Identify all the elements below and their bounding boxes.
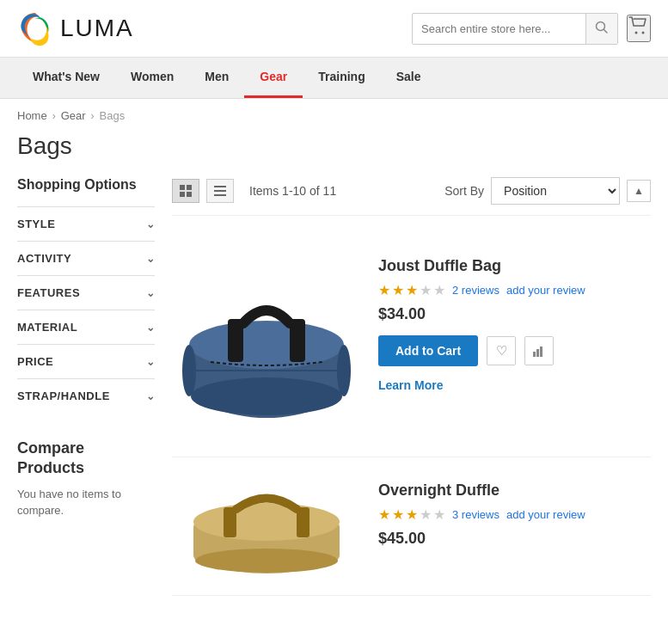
breadcrumb-home[interactable]: Home (17, 109, 47, 122)
cart-icon (628, 16, 649, 35)
header-actions (412, 13, 651, 45)
overnight-duffle-image (176, 475, 357, 578)
svg-point-4 (642, 32, 645, 34)
nav-item-training[interactable]: Training (303, 58, 380, 98)
logo-text: LUMA (60, 15, 134, 42)
product-item: Joust Duffle Bag ★ ★ ★ ★ ★ 2 reviews add… (172, 233, 651, 457)
breadcrumb-sep-1: › (52, 110, 56, 122)
svg-point-18 (182, 345, 196, 396)
toolbar-right: Sort By Position Product Name Price ▲ (444, 177, 651, 205)
star-4: ★ (420, 506, 432, 523)
nav-item-women[interactable]: Women (115, 58, 189, 98)
filter-price[interactable]: PRICE ⌄ (17, 344, 155, 378)
filter-activity-label: ACTIVITY (17, 252, 71, 265)
product-image-joust (172, 250, 361, 439)
nav-link-gear[interactable]: Gear (244, 58, 303, 98)
nav-link-whats-new[interactable]: What's New (17, 58, 115, 95)
svg-rect-11 (214, 194, 226, 196)
svg-point-20 (191, 377, 342, 415)
svg-point-19 (337, 345, 351, 396)
chevron-down-icon: ⌄ (146, 218, 156, 230)
items-count: Items 1-10 of 11 (249, 184, 336, 198)
product-rating-overnight: ★ ★ ★ ★ ★ 3 reviews add your review (378, 506, 651, 523)
nav-link-sale[interactable]: Sale (381, 58, 437, 95)
svg-point-29 (195, 549, 338, 573)
star-1: ★ (378, 282, 390, 298)
search-icon (595, 21, 609, 34)
search-button[interactable] (585, 14, 617, 44)
breadcrumb-sep-2: › (91, 110, 95, 122)
svg-rect-6 (187, 185, 192, 190)
compare-title: Compare Products (17, 439, 155, 479)
filter-strap-header[interactable]: STRAP/HANDLE ⌄ (17, 379, 155, 413)
sort-direction-button[interactable]: ▲ (627, 180, 651, 202)
star-3: ★ (406, 282, 418, 298)
filter-price-label: PRICE (17, 355, 53, 368)
svg-rect-28 (297, 507, 309, 537)
product-price-overnight: $45.00 (378, 530, 651, 548)
filter-style[interactable]: STYLE ⌄ (17, 206, 155, 241)
nav-item-sale[interactable]: Sale (381, 58, 437, 98)
product-name-joust: Joust Duffle Bag (378, 257, 651, 275)
main-content: Shopping Options STYLE ⌄ ACTIVITY ⌄ FEAT… (0, 177, 668, 596)
wishlist-button-joust[interactable]: ♡ (487, 336, 516, 365)
joust-duffle-bag-image (176, 250, 357, 439)
stars-overnight: ★ ★ ★ ★ ★ (378, 506, 445, 523)
list-view-button[interactable] (206, 179, 234, 203)
nav-link-women[interactable]: Women (115, 58, 189, 95)
review-count-joust[interactable]: 2 reviews (452, 284, 499, 297)
chevron-down-icon: ⌄ (146, 356, 156, 368)
sort-label: Sort By (444, 184, 484, 198)
svg-line-2 (604, 29, 608, 33)
search-input[interactable] (413, 15, 585, 42)
grid-view-button[interactable] (172, 179, 199, 203)
product-rating-joust: ★ ★ ★ ★ ★ 2 reviews add your review (378, 282, 651, 298)
nav-item-gear[interactable]: Gear (244, 58, 303, 98)
toolbar: Items 1-10 of 11 Sort By Position Produc… (172, 177, 651, 216)
learn-more-joust[interactable]: Learn More (378, 378, 443, 392)
search-bar (412, 13, 618, 45)
filter-activity-header[interactable]: ACTIVITY ⌄ (17, 242, 155, 275)
grid-icon (180, 185, 192, 197)
svg-rect-27 (224, 507, 236, 537)
sort-select[interactable]: Position Product Name Price (491, 177, 620, 205)
filter-material[interactable]: MATERIAL ⌄ (17, 310, 155, 344)
svg-point-3 (635, 32, 638, 34)
breadcrumb-gear[interactable]: Gear (61, 109, 86, 122)
sidebar: Shopping Options STYLE ⌄ ACTIVITY ⌄ FEAT… (17, 177, 155, 596)
logo[interactable]: LUMA (17, 10, 134, 46)
product-image-overnight (172, 475, 361, 578)
add-to-cart-button-joust[interactable]: Add to Cart (378, 335, 478, 366)
review-count-overnight[interactable]: 3 reviews (452, 508, 499, 521)
filter-material-label: MATERIAL (17, 321, 77, 334)
compare-button-joust[interactable] (524, 336, 554, 365)
filter-material-header[interactable]: MATERIAL ⌄ (17, 310, 155, 344)
product-name-overnight: Overnight Duffle (378, 481, 651, 500)
star-3: ★ (406, 506, 418, 523)
svg-rect-9 (214, 186, 226, 187)
svg-rect-21 (533, 352, 536, 357)
svg-rect-8 (187, 192, 192, 197)
add-review-overnight[interactable]: add your review (506, 508, 585, 521)
add-review-joust[interactable]: add your review (506, 284, 585, 297)
product-price-joust: $34.00 (378, 305, 651, 323)
nav-link-men[interactable]: Men (189, 58, 244, 95)
nav-item-whats-new[interactable]: What's New (17, 58, 115, 98)
compare-section: Compare Products You have no items to co… (17, 439, 155, 519)
filter-features-header[interactable]: FEATURES ⌄ (17, 276, 155, 310)
product-actions-joust: Add to Cart ♡ (378, 335, 651, 366)
filter-activity[interactable]: ACTIVITY ⌄ (17, 241, 155, 275)
star-2: ★ (392, 282, 404, 298)
nav-link-training[interactable]: Training (303, 58, 380, 95)
filter-strap[interactable]: STRAP/HANDLE ⌄ (17, 378, 155, 413)
stars-joust: ★ ★ ★ ★ ★ (378, 282, 445, 298)
filter-style-header[interactable]: STYLE ⌄ (17, 207, 155, 241)
products-area: Items 1-10 of 11 Sort By Position Produc… (172, 177, 651, 596)
filter-features[interactable]: FEATURES ⌄ (17, 275, 155, 310)
cart-button[interactable] (627, 15, 651, 42)
filter-strap-label: STRAP/HANDLE (17, 389, 110, 402)
nav-item-men[interactable]: Men (189, 58, 244, 98)
list-icon (214, 185, 226, 197)
filter-price-header[interactable]: PRICE ⌄ (17, 345, 155, 378)
star-1: ★ (378, 506, 390, 523)
